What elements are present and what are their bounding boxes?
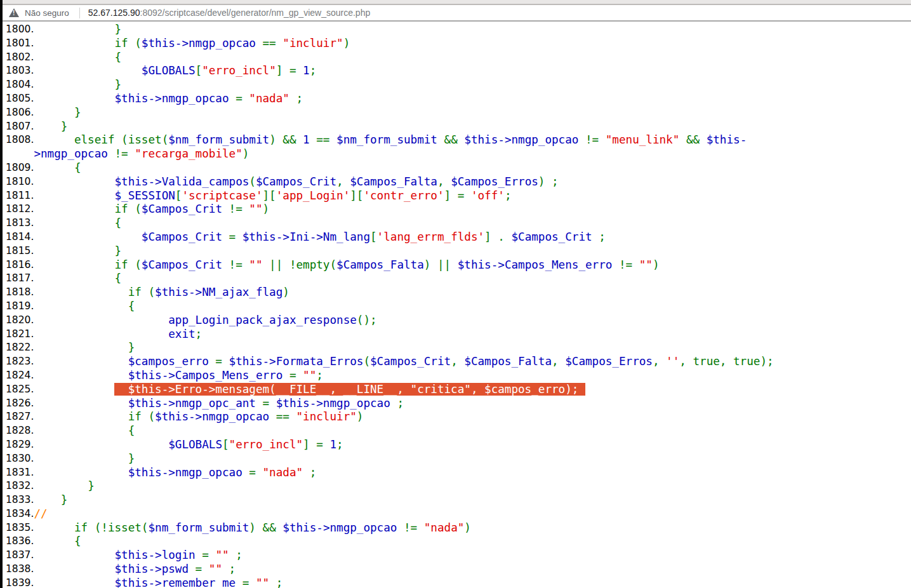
code-text: } bbox=[34, 493, 911, 507]
code-line: 1824. $this->Campos_Mens_erro = ""; bbox=[3, 369, 911, 383]
line-number: 1813. bbox=[3, 217, 34, 231]
browser-top-strip bbox=[0, 0, 911, 5]
code-text: $GLOBALS["erro_incl"] = 1; bbox=[34, 64, 911, 78]
security-status[interactable]: ! Não seguro bbox=[9, 8, 69, 18]
code-text: if ($Campos_Crit != "" || !empty($Campos… bbox=[34, 258, 911, 272]
line-number: 1820. bbox=[3, 314, 34, 328]
line-number: 1800. bbox=[3, 23, 34, 37]
code-line: 1828. { bbox=[3, 424, 911, 438]
url-text[interactable]: 52.67.125.90:8092/scriptcase/devel/gener… bbox=[88, 8, 370, 18]
code-text: } bbox=[34, 23, 911, 37]
code-text: $this->Valida_campos($Campos_Crit, $Camp… bbox=[34, 175, 911, 189]
code-line: 1807. } bbox=[3, 120, 911, 134]
code-line: 1835. if (!isset($nm_form_submit) && $th… bbox=[3, 521, 911, 535]
code-line: 1822. } bbox=[3, 341, 911, 355]
code-text: } bbox=[34, 341, 911, 355]
code-line: 1804. } bbox=[3, 78, 911, 92]
code-line: 1800. } bbox=[3, 23, 911, 37]
line-number: 1823. bbox=[3, 355, 34, 369]
code-line: 1812. if ($Campos_Crit != "") bbox=[3, 203, 911, 217]
line-number: 1802. bbox=[3, 51, 34, 65]
code-line: 1811. $_SESSION['scriptcase']['app_Login… bbox=[3, 189, 911, 203]
line-number: 1830. bbox=[3, 452, 34, 466]
code-text: // bbox=[34, 507, 911, 521]
code-line: 1817. { bbox=[3, 272, 911, 286]
line-number: 1805. bbox=[3, 92, 34, 106]
line-number: 1804. bbox=[3, 78, 34, 92]
not-secure-label: Não seguro bbox=[25, 8, 69, 18]
code-text: $this->login = "" ; bbox=[34, 549, 911, 563]
code-line: 1810. $this->Valida_campos($Campos_Crit,… bbox=[3, 175, 911, 189]
code-line: 1834.// bbox=[3, 507, 911, 521]
code-text: } bbox=[34, 244, 911, 258]
line-number: 1835. bbox=[3, 521, 34, 535]
code-line: 1823. $campos_erro = $this->Formata_Erro… bbox=[3, 355, 911, 369]
code-line: 1838. $this->pswd = "" ; bbox=[3, 563, 911, 577]
code-line: 1814. $Campos_Crit = $this->Ini->Nm_lang… bbox=[3, 231, 911, 244]
code-text: if (!isset($nm_form_submit) && $this->nm… bbox=[34, 521, 911, 535]
line-number: 1825. bbox=[3, 383, 34, 397]
code-text: $GLOBALS["erro_incl"] = 1; bbox=[34, 438, 911, 452]
line-number: 1803. bbox=[3, 64, 34, 78]
code-line: 1815. } bbox=[3, 244, 911, 258]
code-line: 1801. if ($this->nmgp_opcao == "incluir"… bbox=[3, 37, 911, 51]
code-text: { bbox=[34, 424, 911, 438]
line-number: 1834. bbox=[3, 507, 34, 521]
code-text: $this->nmgp_opcao = "nada" ; bbox=[34, 466, 911, 480]
code-text: $_SESSION['scriptcase']['app_Login']['co… bbox=[34, 189, 911, 203]
code-text: { bbox=[34, 217, 911, 231]
code-text: app_Login_pack_ajax_response(); bbox=[34, 314, 911, 328]
line-number: 1827. bbox=[3, 410, 34, 424]
line-number: 1828. bbox=[3, 424, 34, 438]
code-text: if ($this->nmgp_opcao == "incluir") bbox=[34, 410, 911, 424]
line-number: 1812. bbox=[3, 203, 34, 217]
code-text: exit; bbox=[34, 328, 911, 342]
line-number: 1838. bbox=[3, 563, 34, 577]
code-text: { bbox=[34, 300, 911, 314]
code-text: if ($Campos_Crit != "") bbox=[34, 203, 911, 217]
line-number: 1824. bbox=[3, 369, 34, 383]
line-number: 1816. bbox=[3, 258, 34, 272]
code-line: 1803. $GLOBALS["erro_incl"] = 1; bbox=[3, 64, 911, 78]
window-left-edge bbox=[0, 0, 3, 588]
code-line: 1825. $this->Erro->mensagem(__FILE__, __… bbox=[3, 383, 911, 397]
code-text: } bbox=[34, 78, 911, 92]
code-text: $this->remember_me = "" ; bbox=[34, 577, 911, 588]
code-text: } bbox=[34, 106, 911, 120]
code-text: if ($this->NM_ajax_flag) bbox=[34, 286, 911, 300]
line-number: 1806. bbox=[3, 106, 34, 120]
line-number: 1808. bbox=[3, 133, 34, 161]
code-text: } bbox=[34, 120, 911, 134]
code-line: 1806. } bbox=[3, 106, 911, 120]
code-line: 1827. if ($this->nmgp_opcao == "incluir"… bbox=[3, 410, 911, 424]
line-number: 1809. bbox=[3, 161, 34, 175]
code-line: 1816. if ($Campos_Crit != "" || !empty($… bbox=[3, 258, 911, 272]
line-number: 1815. bbox=[3, 244, 34, 258]
line-number: 1821. bbox=[3, 328, 34, 342]
line-number: 1819. bbox=[3, 300, 34, 314]
code-line: 1829. $GLOBALS["erro_incl"] = 1; bbox=[3, 438, 911, 452]
code-line: 1830. } bbox=[3, 452, 911, 466]
code-line: 1805. $this->nmgp_opcao = "nada" ; bbox=[3, 92, 911, 106]
code-line: 1821. exit; bbox=[3, 328, 911, 342]
line-number: 1831. bbox=[3, 466, 34, 480]
line-number: 1817. bbox=[3, 272, 34, 286]
code-line: 1836. { bbox=[3, 535, 911, 549]
page-content: 1800. }1801. if ($this->nmgp_opcao == "i… bbox=[3, 22, 911, 588]
line-number: 1829. bbox=[3, 438, 34, 452]
code-text: $this->pswd = "" ; bbox=[34, 563, 911, 577]
code-text: $Campos_Crit = $this->Ini->Nm_lang['lang… bbox=[34, 231, 911, 244]
code-line: 1819. { bbox=[3, 300, 911, 314]
code-line: 1809. { bbox=[3, 161, 911, 175]
code-text: $this->Erro->mensagem(__FILE__, __LINE__… bbox=[34, 383, 911, 397]
code-line: 1837. $this->login = "" ; bbox=[3, 549, 911, 563]
code-text: $this->Campos_Mens_erro = ""; bbox=[34, 369, 911, 383]
line-number: 1839. bbox=[3, 577, 34, 588]
code-line: 1832. } bbox=[3, 479, 911, 493]
line-number: 1810. bbox=[3, 175, 34, 189]
line-number: 1811. bbox=[3, 189, 34, 203]
code-line: 1808. elseif (isset($nm_form_submit) && … bbox=[3, 133, 911, 161]
code-line: 1839. $this->remember_me = "" ; bbox=[3, 577, 911, 588]
address-bar[interactable]: ! Não seguro 52.67.125.90:8092/scriptcas… bbox=[0, 5, 911, 22]
code-text: elseif (isset($nm_form_submit) && 1 == $… bbox=[34, 133, 911, 161]
